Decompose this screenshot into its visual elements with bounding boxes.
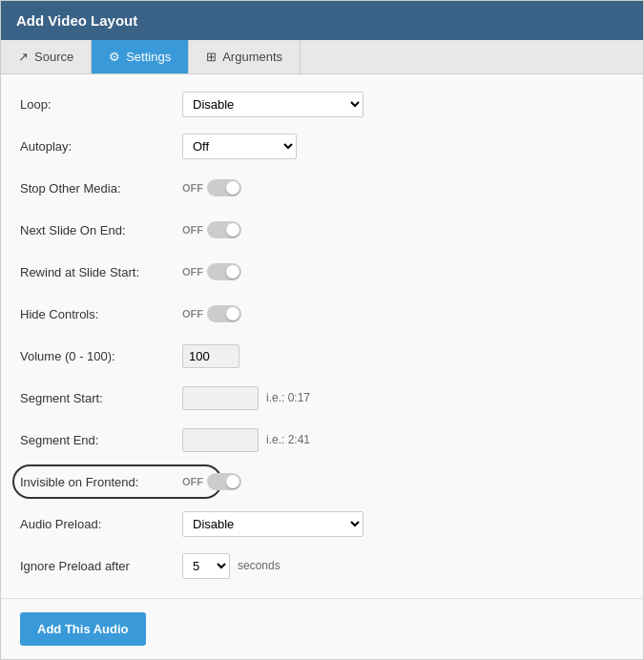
modal-footer: Add This Audio [1,598,643,659]
toggle-thumb3 [226,265,239,278]
volume-input[interactable] [182,344,239,368]
segment-end-hint: i.e.: 2:41 [266,433,310,446]
tab-arguments[interactable]: ⊞ Arguments [189,40,301,73]
toggle-track4[interactable] [207,305,241,322]
arguments-icon: ⊞ [206,50,217,64]
toggle-off-label: OFF [182,182,203,194]
toggle-thumb5 [226,475,239,488]
invisible-toggle[interactable]: OFF [182,473,241,490]
next-slide-toggle[interactable]: OFF [182,221,241,238]
tab-bar: ↗ Source ⚙ Settings ⊞ Arguments [1,40,643,74]
toggle-off-label3: OFF [182,266,203,278]
modal-container: Add Video Layout ↗ Source ⚙ Settings ⊞ A… [0,0,644,660]
volume-label: Volume (0 - 100): [20,349,182,363]
toggle-track5[interactable] [207,473,241,490]
audio-preload-select[interactable]: Disable Enable [182,511,364,537]
loop-select[interactable]: Disable Enable [182,92,364,117]
rewind-toggle[interactable]: OFF [182,263,241,280]
next-slide-row: Next Slide On End: OFF [20,216,624,244]
toggle-thumb [226,181,239,195]
audio-preload-row: Audio Preload: Disable Enable [20,509,624,538]
ignore-preload-control: 3 5 10 15 20 seconds [182,553,280,579]
autoplay-row: Autoplay: Off On [20,132,624,160]
autoplay-control: Off On [182,134,297,159]
modal-header: Add Video Layout [1,1,643,40]
tab-settings-label: Settings [126,50,171,64]
hide-controls-row: Hide Controls: OFF [20,299,624,328]
audio-preload-control: Disable Enable [182,511,364,537]
stop-other-media-label: Stop Other Media: [20,181,182,196]
segment-end-control: i.e.: 2:41 [182,428,310,452]
toggle-off-label2: OFF [182,224,203,236]
ignore-preload-row: Ignore Preload after 3 5 10 15 20 second… [20,551,624,580]
add-audio-button[interactable]: Add This Audio [20,612,146,646]
toggle-track2[interactable] [207,221,241,238]
tab-source[interactable]: ↗ Source [1,40,92,73]
autoplay-select[interactable]: Off On [182,134,297,159]
stop-other-media-control: OFF [182,179,241,196]
toggle-track[interactable] [207,179,241,196]
ignore-preload-label: Ignore Preload after [20,559,182,573]
loop-label: Loop: [20,97,182,112]
loop-row: Loop: Disable Enable [20,90,624,118]
next-slide-control: OFF [182,221,241,238]
autoplay-label: Autoplay: [20,139,182,154]
source-icon: ↗ [18,50,29,64]
rewind-row: Rewind at Slide Start: OFF [20,258,624,286]
invisible-control: OFF [182,473,241,490]
invisible-row: Invisible on Frontend: OFF [20,467,624,496]
segment-start-label: Segment Start: [20,391,182,405]
hide-controls-control: OFF [182,305,241,322]
segment-end-input[interactable] [182,428,259,452]
volume-row: Volume (0 - 100): [20,341,624,370]
seconds-label: seconds [238,559,280,572]
hide-controls-label: Hide Controls: [20,307,182,321]
segment-end-label: Segment End: [20,433,182,447]
segment-start-row: Segment Start: i.e.: 0:17 [20,383,624,412]
hide-controls-toggle[interactable]: OFF [182,305,241,322]
toggle-thumb4 [226,307,239,320]
volume-control [182,344,239,368]
settings-panel: Loop: Disable Enable Autoplay: Off On St… [1,74,643,598]
loop-control: Disable Enable [182,92,364,117]
next-slide-label: Next Slide On End: [20,223,182,237]
invisible-label: Invisible on Frontend: [20,475,182,489]
audio-preload-label: Audio Preload: [20,517,182,531]
toggle-off-label5: OFF [182,476,203,487]
rewind-control: OFF [182,263,241,280]
toggle-track3[interactable] [207,263,241,280]
rewind-label: Rewind at Slide Start: [20,265,182,279]
ignore-preload-select[interactable]: 3 5 10 15 20 [182,553,230,579]
modal-title: Add Video Layout [16,12,137,29]
segment-start-hint: i.e.: 0:17 [266,391,310,404]
segment-start-input[interactable] [182,386,259,410]
tab-arguments-label: Arguments [222,50,282,64]
toggle-off-label4: OFF [182,308,203,320]
toggle-thumb2 [226,223,239,237]
stop-other-media-row: Stop Other Media: OFF [20,174,624,202]
tab-source-label: Source [34,50,73,64]
tab-settings[interactable]: ⚙ Settings [92,40,189,73]
stop-other-media-toggle[interactable]: OFF [182,179,241,196]
settings-icon: ⚙ [109,50,120,64]
segment-start-control: i.e.: 0:17 [182,386,310,410]
segment-end-row: Segment End: i.e.: 2:41 [20,425,624,454]
